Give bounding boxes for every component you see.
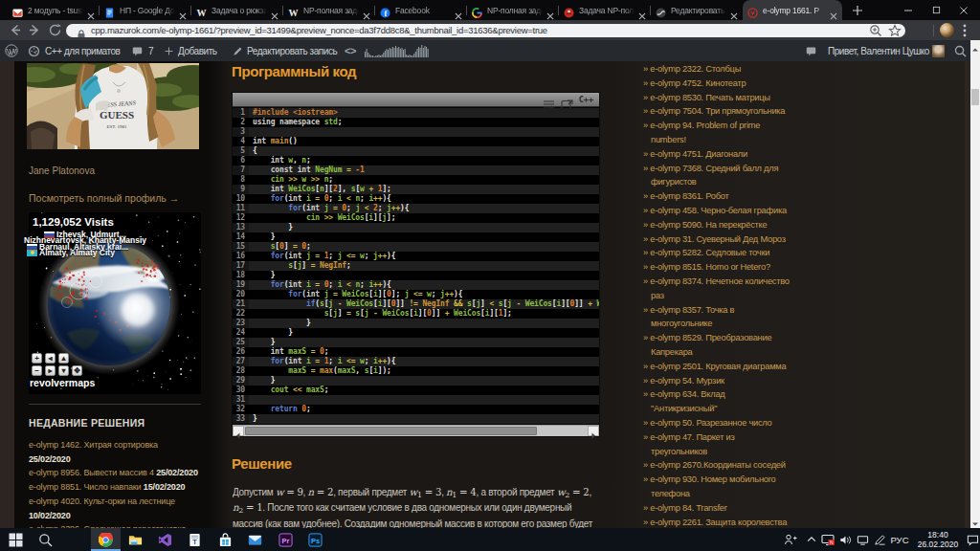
- window-close-button[interactable]: [950, 0, 977, 20]
- comments-icon[interactable]: [132, 40, 143, 61]
- recent-solution-item[interactable]: e-olymp 4020. Культ-орки на лестнице10/0…: [29, 495, 225, 522]
- browser-tab[interactable]: Facebook: [375, 0, 467, 20]
- clock[interactable]: 18:40 26.02.2020: [911, 528, 965, 551]
- admin-search-icon[interactable]: [954, 40, 967, 61]
- browser-profile-avatar[interactable]: [940, 23, 954, 37]
- problem-link[interactable]: » e-olymp 50. Разрезанное число: [643, 416, 815, 430]
- browser-tab[interactable]: Редактировать: [651, 0, 743, 20]
- recent-solution-item[interactable]: e-olymp 8851. Число навпаки 15/02/2020: [29, 480, 225, 495]
- problem-link[interactable]: » e-olymp 8530. Печать матрицы: [643, 91, 815, 105]
- taskbar-store-icon[interactable]: [211, 528, 240, 551]
- taskbar-mail-icon[interactable]: [240, 528, 270, 551]
- scroll-up-icon[interactable]: [970, 41, 980, 53]
- problem-link[interactable]: » e-olymp 8374. Нечетное количество раз: [643, 275, 815, 303]
- solution-link[interactable]: e-olymp 8851. Число навпаки: [29, 482, 144, 492]
- author-name-link[interactable]: Jane Platonova: [29, 165, 201, 176]
- scrollbar-thumb[interactable]: [971, 89, 979, 105]
- problem-link[interactable]: » e-olymp 84. Transfer: [643, 501, 815, 516]
- browser-tab[interactable]: НП - Google До: [100, 0, 191, 20]
- scrollbar-thumb[interactable]: [245, 427, 537, 435]
- recent-solution-item[interactable]: e-olymp 1462. Хитрая сортировка25/02/202…: [29, 438, 225, 466]
- problem-link[interactable]: » e-olymp 47. Паркет из треугольников: [643, 430, 815, 459]
- people-icon[interactable]: [780, 528, 801, 551]
- revolvermaps-brand[interactable]: revolvermaps: [30, 377, 95, 388]
- back-icon[interactable]: [8, 23, 22, 37]
- site-gauge-icon[interactable]: [28, 40, 40, 61]
- browser-tab[interactable]: NP-полная зада: [283, 0, 375, 20]
- scroll-down-icon[interactable]: [970, 516, 980, 527]
- taskbar-ps-icon[interactable]: [301, 528, 330, 551]
- browser-tab[interactable]: e-olymp 1661. Р: [743, 0, 842, 20]
- browser-menu-icon[interactable]: [963, 24, 970, 36]
- tab-close-icon[interactable]: [363, 7, 370, 14]
- problem-link[interactable]: » e-olymp 8515. Homo or Hetero?: [643, 260, 815, 275]
- map-control-button[interactable]: −: [32, 365, 42, 376]
- howdy-greeting[interactable]: Привет, Валентин Цушко: [828, 40, 929, 61]
- taskbar-taskview-icon[interactable]: [60, 528, 90, 551]
- browser-tab[interactable]: 2 модуль - tsush: [8, 0, 100, 20]
- problem-link[interactable]: » e-olymp 4752. Кинотеатр: [643, 77, 815, 91]
- revolvermaps-widget[interactable]: 1,129,052 Visits Izhevsk, Udmurt...Nizhn…: [29, 212, 201, 394]
- problem-link[interactable]: » e-olymp 8361. Робот: [643, 189, 815, 204]
- problem-link[interactable]: » e-olymp 634. Вклад "Антикризисный": [643, 387, 815, 416]
- admin-avatar[interactable]: [932, 40, 945, 61]
- edit-pencil-icon[interactable]: [233, 40, 243, 61]
- action-center-icon[interactable]: [965, 528, 980, 551]
- language-indicator[interactable]: РУС: [888, 528, 911, 551]
- taskbar-chrome-icon[interactable]: [91, 528, 121, 551]
- tab-close-icon[interactable]: [179, 7, 187, 14]
- problem-link[interactable]: » e-olymp 7368. Средний балл для фигурис…: [643, 162, 815, 190]
- problem-link[interactable]: » e-olymp 2322. Столбцы: [643, 62, 815, 77]
- scroll-left-icon[interactable]: [233, 426, 244, 436]
- recent-solution-item[interactable]: e-olymp 8956. Вывести массив 4 25/02/202…: [29, 466, 225, 480]
- map-control-button[interactable]: ◂: [45, 353, 56, 364]
- problem-link[interactable]: » e-olymp 8529. Преобразование Капрекара: [643, 331, 815, 360]
- tray-chevron-icon[interactable]: [804, 528, 819, 551]
- tray-app-badge-icon[interactable]: [819, 528, 836, 551]
- problem-link[interactable]: » e-olymp 31. Суеверный Дед Мороз: [643, 232, 815, 247]
- zoom-icon[interactable]: [869, 24, 882, 37]
- browser-tab[interactable]: Задача NP-пол: [559, 0, 651, 20]
- problem-link[interactable]: » e-olymp 7504. Три прямоугольника: [643, 104, 815, 119]
- problem-link[interactable]: » e-olymp 4751. Диагонали: [643, 147, 815, 162]
- add-new-link[interactable]: Добавить: [178, 40, 217, 61]
- problem-link[interactable]: » e-olymp 2670.Координаты соседей: [643, 458, 815, 473]
- problem-link[interactable]: » e-olymp 94. Problem of prime numbers!: [643, 119, 815, 147]
- problem-link[interactable]: » e-olymp 5282. Седловые точки: [643, 246, 815, 260]
- problem-link[interactable]: » e-olymp 458. Черно-белая графика: [643, 204, 815, 218]
- url-text[interactable]: cpp.mazurok.com/e-olymp-1661/?preview_id…: [91, 25, 547, 35]
- solution-link[interactable]: e-olymp 8956. Вывести массив 4: [29, 468, 156, 477]
- reload-icon[interactable]: [48, 23, 62, 37]
- browser-tab[interactable]: NP-полная зада: [467, 0, 559, 20]
- tab-close-icon[interactable]: [546, 7, 554, 14]
- tab-close-icon[interactable]: [271, 7, 278, 14]
- scroll-right-icon[interactable]: [588, 426, 599, 436]
- volume-icon[interactable]: [836, 528, 854, 551]
- bookmark-star-icon[interactable]: [888, 24, 902, 37]
- map-control-button[interactable]: ▴: [58, 353, 69, 364]
- edit-post-link[interactable]: Редактировать запись: [247, 40, 337, 61]
- howdy-bubble-icon[interactable]: [806, 40, 816, 61]
- wordpress-logo-icon[interactable]: [5, 40, 18, 61]
- taskbar-vs-icon[interactable]: [150, 528, 180, 551]
- map-control-button[interactable]: ▾: [58, 365, 69, 376]
- forward-icon[interactable]: [28, 23, 42, 37]
- new-tab-button[interactable]: [851, 4, 864, 17]
- problem-link[interactable]: » e-olymp 5090. На перекрёстке: [643, 218, 815, 232]
- problem-link[interactable]: » e-olymp 2501. Круговая диаграмма: [643, 360, 815, 374]
- taskbar-win-icon[interactable]: [1, 528, 31, 551]
- window-minimize-button[interactable]: [895, 0, 922, 20]
- network-icon[interactable]: [854, 528, 871, 551]
- code-tag-icon[interactable]: <>: [345, 40, 356, 61]
- site-name-link[interactable]: C++ для приматов: [45, 40, 120, 61]
- view-profile-link[interactable]: Посмотреть полный профиль →: [29, 192, 211, 204]
- browser-tab[interactable]: Задача о рюкза: [191, 0, 283, 20]
- comment-count[interactable]: 7: [148, 40, 153, 61]
- solution-link[interactable]: e-olymp 1462. Хитрая сортировка: [29, 440, 158, 450]
- tab-close-icon[interactable]: [87, 7, 95, 14]
- map-control-button[interactable]: +: [32, 353, 42, 364]
- tab-close-icon[interactable]: [730, 7, 738, 14]
- stats-sparkline[interactable]: [365, 40, 429, 61]
- window-maximize-button[interactable]: [923, 0, 949, 20]
- problem-link[interactable]: » e-olymp 54. Мурзик: [643, 374, 815, 388]
